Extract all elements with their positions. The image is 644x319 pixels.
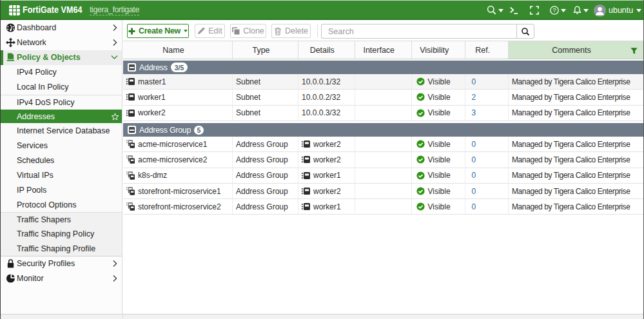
svg-text:?: ? [552,6,556,14]
